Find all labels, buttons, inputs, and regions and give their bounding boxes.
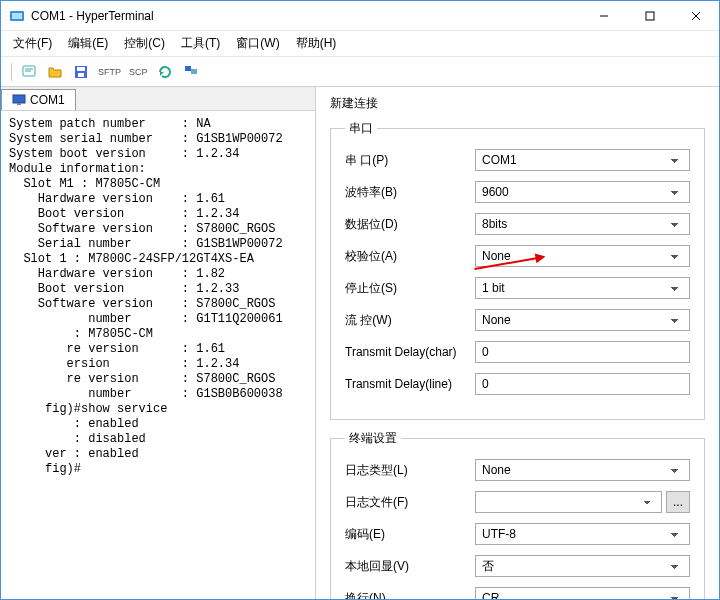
serial-group: 串口 串 口(P) COM1 波特率(B) 9600 数据位(D) 8bits … [330,120,705,420]
menu-file[interactable]: 文件(F) [13,35,52,52]
logfile-select[interactable] [475,491,662,513]
menu-help[interactable]: 帮助(H) [296,35,337,52]
toolbar-separator [11,63,12,81]
open-button[interactable] [44,61,66,83]
logtype-select[interactable]: None [475,459,690,481]
logtype-label: 日志类型(L) [345,462,475,479]
save-button[interactable] [70,61,92,83]
baud-label: 波特率(B) [345,184,475,201]
txchar-label: Transmit Delay(char) [345,345,475,359]
sftp-button[interactable]: SFTP [96,67,123,77]
right-pane: 新建连接 串口 串 口(P) COM1 波特率(B) 9600 数据位(D) 8… [316,87,719,599]
svg-rect-11 [191,69,197,74]
menu-edit[interactable]: 编辑(E) [68,35,108,52]
monitor-icon [12,94,26,106]
tab-com1[interactable]: COM1 [1,89,76,110]
left-pane: COM1 System patch number : NA System ser… [1,87,316,599]
svg-rect-9 [78,73,84,77]
toolbar: SFTP SCP [1,57,719,87]
txline-label: Transmit Delay(line) [345,377,475,391]
menubar: 文件(F) 编辑(E) 控制(C) 工具(T) 窗口(W) 帮助(H) [1,31,719,57]
stopbits-label: 停止位(S) [345,280,475,297]
scp-button[interactable]: SCP [127,67,150,77]
terminal-legend: 终端设置 [345,430,401,447]
minimize-button[interactable] [581,1,627,31]
txchar-input[interactable] [475,341,690,363]
logfile-browse-button[interactable]: ... [666,491,690,513]
tab-bar: COM1 [1,87,315,111]
port-select[interactable]: COM1 [475,149,690,171]
stopbits-select[interactable]: 1 bit [475,277,690,299]
echo-select[interactable]: 否 [475,555,690,577]
serial-legend: 串口 [345,120,377,137]
flow-label: 流 控(W) [345,312,475,329]
tab-label: COM1 [30,93,65,107]
logfile-label: 日志文件(F) [345,494,475,511]
svg-rect-3 [646,12,654,20]
app-icon [9,8,25,24]
svg-rect-13 [17,103,21,105]
svg-rect-10 [185,66,191,71]
main-area: COM1 System patch number : NA System ser… [1,87,719,599]
svg-rect-1 [12,13,22,19]
baud-select[interactable]: 9600 [475,181,690,203]
newline-label: 换行(N) [345,590,475,600]
reconnect-button[interactable] [154,61,176,83]
databits-select[interactable]: 8bits [475,213,690,235]
new-connection-title: 新建连接 [330,95,705,112]
titlebar: COM1 - HyperTerminal [1,1,719,31]
parity-select[interactable]: None [475,245,690,267]
maximize-button[interactable] [627,1,673,31]
windows-button[interactable] [180,61,202,83]
window-title: COM1 - HyperTerminal [31,9,581,23]
encoding-label: 编码(E) [345,526,475,543]
terminal-group: 终端设置 日志类型(L) None 日志文件(F) ... 编码(E) UTF-… [330,430,705,599]
menu-control[interactable]: 控制(C) [124,35,165,52]
menu-window[interactable]: 窗口(W) [236,35,279,52]
port-label: 串 口(P) [345,152,475,169]
close-button[interactable] [673,1,719,31]
svg-rect-12 [13,95,25,103]
parity-label: 校验位(A) [345,248,475,265]
flow-select[interactable]: None [475,309,690,331]
newline-select[interactable]: CR [475,587,690,599]
encoding-select[interactable]: UTF-8 [475,523,690,545]
svg-rect-8 [77,67,85,71]
txline-input[interactable] [475,373,690,395]
databits-label: 数据位(D) [345,216,475,233]
new-session-button[interactable] [18,61,40,83]
echo-label: 本地回显(V) [345,558,475,575]
terminal-output[interactable]: System patch number : NA System serial n… [1,111,315,599]
menu-tool[interactable]: 工具(T) [181,35,220,52]
